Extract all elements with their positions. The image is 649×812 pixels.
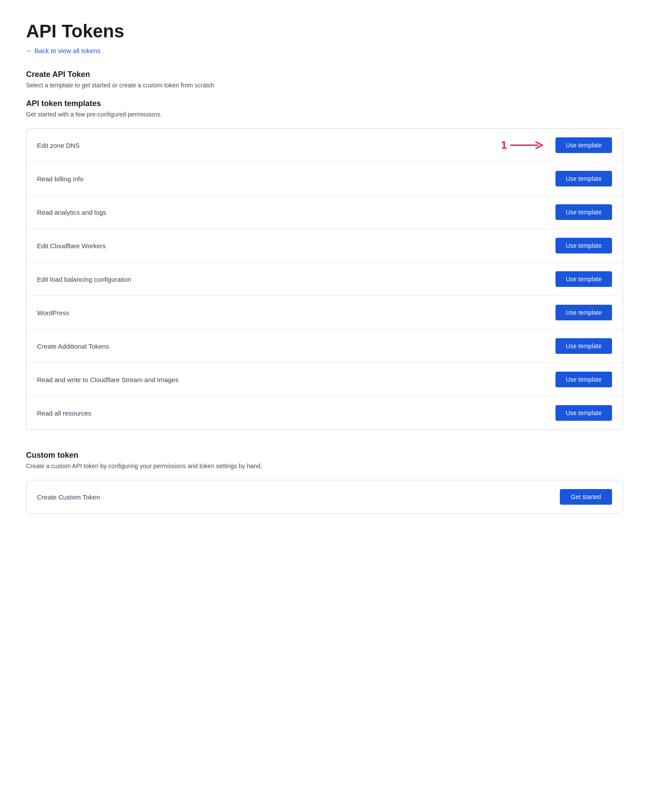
template-label: Read analytics and logs: [37, 209, 555, 216]
create-section-description: Select a template to get started or crea…: [26, 82, 623, 89]
use-template-button[interactable]: Use template: [555, 372, 612, 387]
template-label: Edit zone DNS: [37, 142, 501, 149]
template-row: Read and write to Cloudflare Stream and …: [27, 363, 622, 396]
custom-token-table: Create Custom Token Get started: [26, 480, 623, 514]
template-label: Edit load balancing configuration: [37, 276, 555, 283]
use-template-button[interactable]: Use template: [555, 204, 612, 220]
use-template-button[interactable]: Use template: [555, 338, 612, 354]
templates-section-description: Get started with a few pre-configured pe…: [26, 111, 623, 118]
use-template-button[interactable]: Use template: [555, 137, 612, 153]
custom-section-title: Custom token: [26, 451, 623, 460]
template-row: Edit load balancing configuration Use te…: [27, 263, 622, 296]
template-row: WordPress Use template: [27, 296, 622, 329]
create-section-title: Create API Token: [26, 70, 623, 79]
use-template-button[interactable]: Use template: [555, 238, 612, 253]
get-started-button[interactable]: Get started: [560, 489, 612, 505]
custom-token-label: Create Custom Token: [37, 493, 100, 501]
use-template-button[interactable]: Use template: [555, 171, 612, 186]
use-template-button[interactable]: Use template: [555, 405, 612, 421]
template-row: Read all resources Use template: [27, 396, 622, 429]
annotation-number: 1: [501, 139, 507, 151]
templates-section-title: API token templates: [26, 99, 623, 108]
custom-token-section: Custom token Create a custom API token b…: [26, 451, 623, 514]
custom-token-row: Create Custom Token Get started: [27, 480, 622, 513]
template-label: Read billing info: [37, 175, 555, 183]
template-label: Edit Cloudflare Workers: [37, 242, 555, 250]
template-row: Edit zone DNS 1 Use template: [27, 129, 622, 162]
custom-section-description: Create a custom API token by configuring…: [26, 463, 623, 469]
annotation: 1: [501, 139, 545, 151]
template-row: Read analytics and logs Use template: [27, 196, 622, 229]
create-api-token-section: Create API Token Select a template to ge…: [26, 70, 623, 430]
annotation-arrow-icon: [510, 140, 545, 150]
template-label: WordPress: [37, 309, 555, 316]
template-label: Read all resources: [37, 409, 555, 417]
templates-table: Edit zone DNS 1 Use template Read billin…: [26, 128, 623, 430]
back-link[interactable]: ← Back to view all tokens: [26, 47, 100, 54]
template-row: Edit Cloudflare Workers Use template: [27, 229, 622, 263]
template-row: Create Additional Tokens Use template: [27, 329, 622, 363]
template-label: Create Additional Tokens: [37, 343, 555, 350]
template-label: Read and write to Cloudflare Stream and …: [37, 376, 555, 383]
use-template-button[interactable]: Use template: [555, 305, 612, 320]
page-title: API Tokens: [26, 21, 623, 42]
template-row: Read billing info Use template: [27, 162, 622, 196]
use-template-button[interactable]: Use template: [555, 271, 612, 287]
